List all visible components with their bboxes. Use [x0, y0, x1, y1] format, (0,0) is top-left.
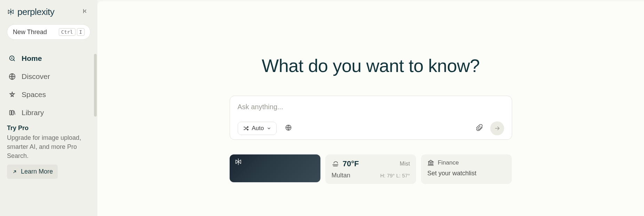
toolbar-left: Auto	[238, 122, 294, 135]
sidebar-item-label: Library	[22, 109, 44, 117]
brand-logo[interactable]: perplexity	[7, 7, 54, 17]
shuffle-icon	[243, 125, 249, 131]
globe-icon	[285, 124, 292, 131]
external-link-icon	[12, 169, 17, 175]
weather-card[interactable]: 70°F Mist Multan H: 79° L: 57°	[325, 154, 416, 184]
widget-row: 70°F Mist Multan H: 79° L: 57° Finance S…	[230, 154, 512, 184]
sidebar-item-discover[interactable]: Discover	[7, 67, 90, 86]
pro-title: Try Pro	[7, 125, 90, 132]
pro-description: Upgrade for image upload, smarter AI, an…	[7, 133, 90, 160]
finance-top-row: Finance	[427, 159, 506, 166]
sidebar: perplexity New Thread Ctrl I Home Discov…	[0, 0, 97, 216]
kbd-i: I	[77, 28, 85, 36]
sidebar-header: perplexity	[7, 6, 90, 17]
sidebar-scrollbar[interactable]	[94, 54, 97, 117]
svg-rect-4	[12, 111, 14, 115]
spaces-icon	[8, 91, 16, 98]
finance-subtitle: Set your watchlist	[427, 170, 506, 177]
learn-more-button[interactable]: Learn More	[7, 165, 58, 179]
search-toolbar: Auto	[238, 121, 504, 135]
weather-city: Multan	[332, 172, 350, 179]
search-box: Auto	[230, 96, 512, 140]
featured-card[interactable]	[230, 154, 320, 182]
chevron-down-icon	[267, 126, 271, 131]
perplexity-logo-icon	[7, 8, 15, 16]
sidebar-item-spaces[interactable]: Spaces	[7, 86, 90, 104]
search-input[interactable]	[238, 103, 504, 111]
submit-button[interactable]	[490, 121, 504, 135]
sidebar-collapse-button[interactable]	[81, 6, 90, 17]
main-content: What do you want to know? Auto	[97, 1, 644, 216]
finance-title: Finance	[438, 159, 459, 166]
new-thread-button[interactable]: New Thread Ctrl I	[7, 24, 90, 40]
mode-label: Auto	[252, 125, 264, 132]
finance-card[interactable]: Finance Set your watchlist	[421, 154, 512, 184]
arrow-right-icon	[494, 125, 501, 132]
weather-bottom-row: Multan H: 79° L: 57°	[332, 172, 410, 179]
sidebar-item-label: Discover	[22, 72, 50, 81]
hero-title: What do you want to know?	[262, 55, 479, 76]
mode-selector[interactable]: Auto	[238, 122, 277, 135]
fog-icon	[332, 160, 339, 168]
svg-point-1	[11, 58, 12, 58]
globe-button[interactable]	[283, 122, 294, 135]
bank-icon	[427, 159, 434, 166]
discover-icon	[8, 73, 16, 80]
sidebar-item-label: Home	[22, 54, 42, 63]
new-thread-label: New Thread	[13, 29, 47, 36]
weather-high-low: H: 79° L: 57°	[380, 173, 410, 178]
svg-rect-3	[10, 111, 11, 115]
learn-more-label: Learn More	[21, 168, 53, 175]
brand-name: perplexity	[17, 7, 54, 17]
kbd-ctrl: Ctrl	[59, 28, 75, 36]
attach-button[interactable]	[474, 122, 485, 135]
sidebar-item-label: Spaces	[22, 90, 46, 99]
paperclip-icon	[476, 124, 483, 131]
weather-temperature: 70°F	[343, 159, 359, 168]
library-icon	[8, 109, 16, 117]
weather-top-row: 70°F Mist	[332, 159, 410, 168]
collapse-icon	[82, 8, 89, 15]
kbd-shortcut: Ctrl I	[59, 28, 85, 36]
perplexity-logo-icon	[234, 158, 242, 167]
toolbar-right	[474, 121, 504, 135]
sidebar-item-home[interactable]: Home	[7, 49, 90, 67]
search-focus-icon	[8, 55, 16, 62]
weather-condition: Mist	[400, 161, 410, 167]
sidebar-item-library[interactable]: Library	[7, 104, 90, 122]
pro-upsell: Try Pro Upgrade for image upload, smarte…	[7, 125, 90, 182]
